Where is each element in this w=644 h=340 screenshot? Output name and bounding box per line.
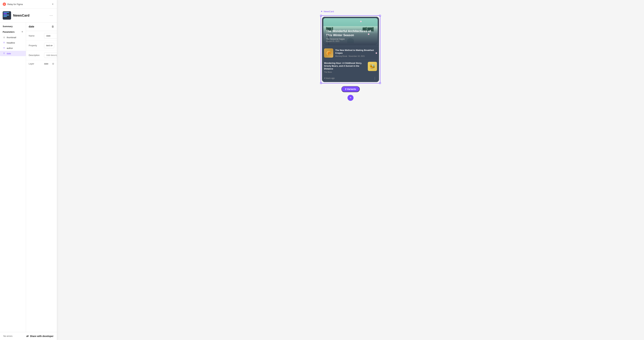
article-thumb-2 <box>368 62 377 71</box>
params-header: Parameters + <box>0 29 26 35</box>
param-item-date[interactable]: T date <box>0 51 26 56</box>
layer-name: date <box>44 62 50 65</box>
property-select-wrapper: text-content visible src ▾ <box>44 43 54 48</box>
param-author-name: author <box>7 47 13 49</box>
detail-title: date <box>29 25 34 28</box>
component-thumbnail <box>3 11 11 19</box>
description-input[interactable] <box>44 52 57 58</box>
description-row: Description <box>26 50 57 60</box>
param-item-thumbnail[interactable]: ⊡ thumbnail <box>0 35 26 40</box>
close-button[interactable]: × <box>51 2 54 6</box>
food-thumbnail <box>324 48 333 58</box>
last-article-text: Wondering Hour: A Childhood Story, Grizz… <box>324 62 366 73</box>
thumb-line-3 <box>3 14 9 15</box>
name-label: Name <box>29 34 42 37</box>
param-thumbnail-name: thumbnail <box>7 36 16 39</box>
article-item-2: Wondering Hour: A Childhood Story, Grizz… <box>322 60 379 82</box>
description-label: Description <box>29 54 42 56</box>
featured-overlay: The Wonderful Architectures of This Wint… <box>323 27 378 45</box>
layer-row: Layer date ⊕ <box>26 60 57 67</box>
more-options-button[interactable]: ⋯ <box>48 13 54 18</box>
detail-header: date 🗑 <box>26 22 57 31</box>
no-errors-label: No errors <box>3 335 12 337</box>
article-source-1: Morning Break <box>335 55 347 57</box>
featured-date: August 25, 2021 <box>326 40 375 42</box>
thumb-line-1 <box>3 12 9 13</box>
params-sidebar: Summary Parameters + ⊡ thumbnail T headl… <box>0 22 26 332</box>
article-item-1: The New Method to Making Breakfast Crepe… <box>322 46 379 60</box>
add-variant-button[interactable]: + <box>348 95 354 101</box>
component-header: NewsCard ⋯ <box>0 8 57 22</box>
image-icon: ⊡ <box>3 36 5 39</box>
text-icon-headline: T <box>3 41 5 44</box>
bee-thumbnail <box>368 62 377 71</box>
text-icon-author: T <box>3 47 5 49</box>
article-pink-dot-1 <box>376 52 377 54</box>
handle-top-left[interactable] <box>320 15 322 16</box>
frame-label: ✦ NewsCard <box>321 10 334 13</box>
params-label: Parameters <box>3 31 14 33</box>
figma-diamond-icon: ✦ <box>321 10 323 13</box>
property-select[interactable]: text-content visible src <box>44 43 54 48</box>
left-panel: ♥ Relay for Figma × NewsCard ⋯ Summary P… <box>0 0 57 340</box>
summary-label: Summary <box>0 22 26 29</box>
property-label: Property <box>29 44 42 47</box>
article-meta-2: The Bees <box>324 71 366 73</box>
panel-title-group: ♥ Relay for Figma <box>3 2 23 6</box>
handle-bottom-left[interactable] <box>320 82 322 84</box>
last-article-content: Wondering Hour: A Childhood Story, Grizz… <box>324 62 377 73</box>
share-label: Share with developer <box>30 335 54 338</box>
thumb-line-4 <box>3 16 7 17</box>
param-item-author[interactable]: T author <box>0 45 26 51</box>
add-param-button[interactable]: + <box>21 30 23 33</box>
canvas-content: ✦ NewsCard <box>321 7 380 101</box>
target-icon[interactable]: ⊕ <box>52 62 54 65</box>
article-title-1: The New Method to Making Breakfast Crepe… <box>335 49 375 55</box>
component-name: NewsCard <box>13 13 30 17</box>
canvas-area: ✦ NewsCard <box>57 0 644 340</box>
param-date-name: date <box>7 52 11 55</box>
variants-badge[interactable]: 3 Variants <box>341 86 360 92</box>
content-area: Summary Parameters + ⊡ thumbnail T headl… <box>0 22 57 332</box>
delete-button[interactable]: 🗑 <box>52 25 54 28</box>
article-source-2: The Bees <box>324 71 332 73</box>
frame-title: NewsCard <box>324 10 334 13</box>
handle-top-right[interactable] <box>379 15 381 16</box>
article-title-2: Wondering Hour: A Childhood Story, Grizz… <box>324 62 366 70</box>
name-input[interactable] <box>44 33 57 38</box>
detail-panel: date 🗑 Name Property text-content visibl… <box>26 22 57 332</box>
news-card: The Wonderful Architectures of This Wint… <box>322 17 379 82</box>
share-icon: ⇄ <box>26 335 28 338</box>
article-thumb-1 <box>324 48 333 58</box>
bottom-bar: No errors ⇄ Share with developer <box>0 332 57 340</box>
text-icon-date: T <box>3 52 5 55</box>
featured-title: The Wonderful Architectures of This Wint… <box>326 29 375 37</box>
component-info: NewsCard <box>3 11 30 19</box>
article-more-options[interactable]: ⋮ <box>373 76 377 80</box>
article-meta-1: Morning Break November 10, 2021 <box>335 55 375 57</box>
share-button[interactable]: ⇄ Share with developer <box>26 335 54 338</box>
time-ago: 4 hours ago <box>324 77 334 79</box>
featured-source: The Seasonal Sagas <box>326 38 375 40</box>
article-pink-dot-2 <box>360 21 362 22</box>
name-row: Name <box>26 31 57 41</box>
article-date-1: November 10, 2021 <box>349 55 365 57</box>
featured-pink-dot <box>368 33 369 35</box>
thumb-line-2 <box>3 13 7 14</box>
article-info-1: The New Method to Making Breakfast Crepe… <box>335 49 375 57</box>
property-row: Property text-content visible src ▾ <box>26 41 57 50</box>
handle-bottom-right[interactable] <box>379 82 381 84</box>
param-headline-name: headline <box>7 41 15 44</box>
last-article-bottom: 4 hours ago ⋮ <box>324 76 377 80</box>
layer-label: Layer <box>29 62 42 65</box>
relay-logo: ♥ <box>3 2 6 6</box>
selection-frame[interactable]: The Wonderful Architectures of This Wint… <box>321 15 380 83</box>
panel-header: ♥ Relay for Figma × <box>0 0 57 8</box>
app-title: Relay for Figma <box>8 3 23 5</box>
featured-article: The Wonderful Architectures of This Wint… <box>323 18 378 45</box>
param-item-headline[interactable]: T headline <box>0 40 26 45</box>
